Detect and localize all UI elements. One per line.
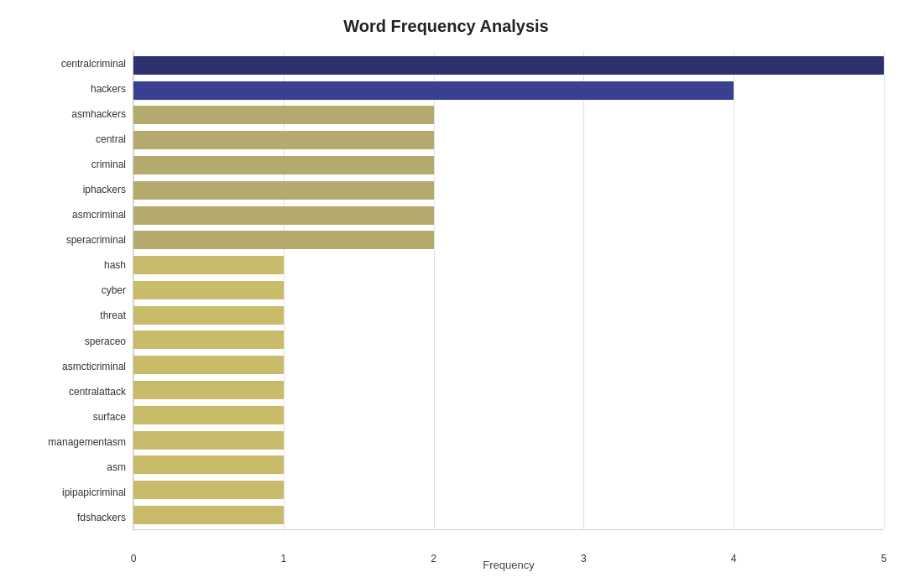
chart-area: centralcriminalhackersasmhackerscentralc… — [8, 51, 884, 530]
bar — [133, 156, 434, 174]
bar — [133, 131, 434, 149]
y-label: asm — [107, 455, 126, 479]
bar — [133, 256, 284, 274]
y-label: asmcriminal — [72, 203, 126, 226]
y-label: cyber — [102, 278, 126, 302]
bar-row — [133, 429, 884, 451]
bar — [133, 330, 284, 349]
y-label: ipipapicriminal — [62, 481, 126, 504]
y-label: centralattack — [69, 380, 126, 403]
y-label: speracriminal — [66, 228, 126, 252]
bar-row — [133, 304, 884, 326]
bar — [133, 281, 284, 299]
bar — [133, 506, 284, 524]
bar — [133, 206, 434, 225]
bar — [133, 306, 284, 325]
bar — [133, 381, 284, 399]
bar-row — [133, 205, 884, 226]
bar-row — [133, 254, 884, 276]
y-label: iphackers — [83, 178, 126, 201]
y-axis-labels: centralcriminalhackersasmhackerscentralc… — [8, 51, 133, 530]
bar-row — [133, 379, 884, 401]
bar — [133, 231, 434, 249]
bar — [133, 431, 284, 450]
bar — [133, 181, 434, 200]
y-label: hash — [104, 253, 126, 277]
y-label: hackers — [91, 77, 126, 101]
y-label: central — [96, 127, 126, 151]
bar-row — [133, 129, 884, 151]
y-label: criminal — [91, 153, 126, 176]
y-label: threat — [100, 304, 126, 327]
bar — [133, 56, 884, 75]
y-label: surface — [93, 405, 126, 429]
bar-row — [133, 80, 884, 101]
bar — [133, 106, 434, 124]
y-label: fdshackers — [77, 506, 126, 529]
bar — [133, 356, 284, 374]
x-axis-title: Frequency — [133, 559, 884, 571]
y-label: speraceo — [85, 330, 126, 353]
bar-row — [133, 104, 884, 126]
bar-row — [133, 479, 884, 501]
y-label: managementasm — [48, 430, 126, 454]
bar-row — [133, 354, 884, 376]
y-label: centralcriminal — [61, 52, 126, 75]
bars-area — [133, 51, 884, 529]
bar-row — [133, 55, 884, 76]
y-label: asmcticriminal — [62, 355, 126, 378]
bar-row — [133, 454, 884, 476]
chart-plot: 012345 Frequency — [133, 51, 884, 530]
bar-row — [133, 154, 884, 176]
bar-row — [133, 404, 884, 426]
chart-container: Word Frequency Analysis centralcriminalh… — [0, 0, 909, 588]
bar — [133, 81, 734, 100]
bar-row — [133, 180, 884, 201]
y-label: asmhackers — [71, 102, 126, 126]
grid-line — [884, 51, 885, 529]
bar — [133, 455, 284, 474]
bar-row — [133, 229, 884, 251]
bar-row — [133, 329, 884, 351]
bar — [133, 481, 284, 499]
bar — [133, 406, 284, 424]
bar-row — [133, 279, 884, 301]
chart-title: Word Frequency Analysis — [8, 17, 884, 36]
bar-row — [133, 504, 884, 526]
